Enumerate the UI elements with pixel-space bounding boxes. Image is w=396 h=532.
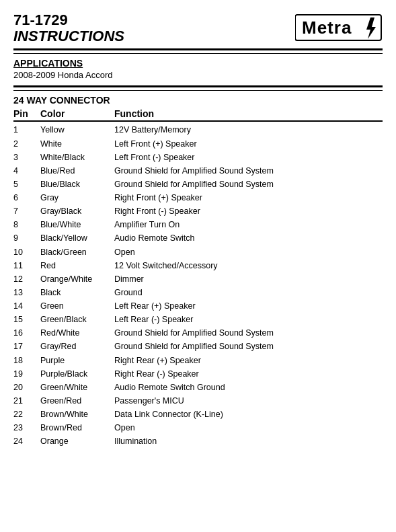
cell-function: 12V Battery/Memory (114, 124, 383, 136)
cell-pin: 23 (13, 422, 40, 434)
cell-color: Green/Red (40, 395, 114, 407)
table-row: 16Red/WhiteGround Shield for Amplified S… (13, 326, 383, 340)
title-block: 71-1729 INSTRUCTIONS (13, 12, 124, 44)
cell-color: Purple/Black (40, 368, 114, 380)
cell-pin: 22 (13, 408, 40, 420)
table-row: 23Brown/RedOpen (13, 421, 383, 434)
cell-function: Ground Shield for Amplified Sound System (114, 327, 383, 339)
cell-pin: 21 (13, 395, 40, 407)
cell-color: Gray/Red (40, 340, 114, 352)
applications-vehicle: 2008-2009 Honda Accord (13, 70, 383, 80)
cell-function: Right Front (+) Speaker (114, 192, 383, 204)
cell-pin: 15 (13, 313, 40, 326)
cell-function: Open (114, 422, 383, 434)
table-row: 22Brown/WhiteData Link Connector (K-Line… (13, 408, 383, 421)
cell-function: Right Front (-) Speaker (114, 205, 383, 217)
cell-color: Brown/Red (40, 422, 114, 434)
cell-pin: 2 (13, 138, 40, 150)
table-row: 3White/BlackLeft Front (-) Speaker (13, 151, 383, 164)
cell-color: Orange/White (40, 273, 114, 285)
table-row: 21Green/RedPassenger's MICU (13, 394, 383, 408)
cell-pin: 13 (13, 287, 40, 299)
table-row: 14GreenLeft Rear (+) Speaker (13, 299, 383, 313)
connector-label: 24 WAY CONNECTOR (13, 95, 383, 106)
table-row: 11Red12 Volt Switched/Accessory (13, 259, 383, 272)
cell-pin: 6 (13, 192, 40, 204)
cell-pin: 7 (13, 205, 40, 217)
cell-function: Illumination (114, 435, 383, 447)
table-row: 6GrayRight Front (+) Speaker (13, 191, 383, 204)
cell-function: Left Rear (+) Speaker (114, 300, 383, 312)
cell-pin: 19 (13, 368, 40, 380)
applications-section: APPLICATIONS 2008-2009 Honda Accord (13, 58, 383, 80)
cell-pin: 14 (13, 300, 40, 312)
cell-pin: 11 (13, 260, 40, 272)
cell-pin: 4 (13, 165, 40, 177)
cell-function: Amplifier Turn On (114, 219, 383, 231)
cell-pin: 3 (13, 151, 40, 163)
cell-color: Gray (40, 192, 114, 204)
cell-color: Brown/White (40, 408, 114, 420)
page: 71-1729 INSTRUCTIONS Metra APPLICATIONS … (0, 0, 396, 460)
cell-function: Left Front (+) Speaker (114, 138, 383, 150)
cell-function: Ground Shield for Amplified Sound System (114, 165, 383, 177)
cell-pin: 5 (13, 178, 40, 190)
cell-pin: 1 (13, 124, 40, 136)
cell-color: Blue/Black (40, 178, 114, 190)
instructions-title: INSTRUCTIONS (13, 28, 124, 44)
table-row: 9Black/YellowAudio Remote Switch (13, 231, 383, 245)
table-row: 19Purple/BlackRight Rear (-) Speaker (13, 367, 383, 381)
table-row: 15Green/BlackLeft Rear (-) Speaker (13, 313, 383, 326)
cell-color: Orange (40, 435, 114, 447)
table-row: 12Orange/WhiteDimmer (13, 272, 383, 286)
cell-function: Dimmer (114, 273, 383, 285)
table-row: 2WhiteLeft Front (+) Speaker (13, 137, 383, 151)
cell-color: White/Black (40, 151, 114, 163)
table-header: Pin Color Function (13, 107, 383, 122)
cell-function: Audio Remote Switch (114, 232, 383, 244)
cell-function: Right Rear (-) Speaker (114, 368, 383, 380)
cell-pin: 16 (13, 327, 40, 339)
table-row: 5Blue/BlackGround Shield for Amplified S… (13, 178, 383, 191)
cell-pin: 8 (13, 219, 40, 231)
cell-function: Left Front (-) Speaker (114, 151, 383, 163)
cell-color: Blue/Red (40, 165, 114, 177)
cell-color: Black/Yellow (40, 232, 114, 244)
cell-pin: 17 (13, 340, 40, 352)
table-row: 18PurpleRight Rear (+) Speaker (13, 354, 383, 367)
cell-function: Ground Shield for Amplified Sound System (114, 178, 383, 190)
part-number: 71-1729 (13, 12, 124, 28)
cell-pin: 20 (13, 381, 40, 393)
svg-text:Metra: Metra (302, 17, 352, 38)
connector-section: 24 WAY CONNECTOR Pin Color Function 1Yel… (13, 95, 383, 448)
svg-marker-2 (366, 17, 376, 39)
section-divider-top (13, 85, 383, 87)
logo-box: Metra (295, 12, 383, 44)
cell-function: Open (114, 246, 383, 258)
cell-color: Yellow (40, 124, 114, 136)
cell-function: Right Rear (+) Speaker (114, 354, 383, 367)
cell-pin: 10 (13, 246, 40, 258)
table-row: 24OrangeIllumination (13, 434, 383, 448)
section-divider-bottom (13, 90, 383, 91)
cell-color: Green/White (40, 381, 114, 393)
cell-function: Passenger's MICU (114, 395, 383, 407)
cell-function: Ground (114, 287, 383, 299)
applications-label: APPLICATIONS (13, 58, 383, 69)
cell-color: Black (40, 287, 114, 299)
cell-color: Red/White (40, 327, 114, 339)
cell-color: White (40, 138, 114, 150)
cell-color: Black/Green (40, 246, 114, 258)
table-row: 4Blue/RedGround Shield for Amplified Sou… (13, 164, 383, 178)
cell-function: Left Rear (-) Speaker (114, 313, 383, 326)
header-function: Function (114, 108, 383, 119)
cell-color: Gray/Black (40, 205, 114, 217)
table-row: 1Yellow12V Battery/Memory (13, 123, 383, 137)
cell-color: Green/Black (40, 313, 114, 326)
table-row: 17Gray/RedGround Shield for Amplified So… (13, 340, 383, 353)
cell-pin: 9 (13, 232, 40, 244)
cell-pin: 24 (13, 435, 40, 447)
table-body: 1Yellow12V Battery/Memory2WhiteLeft Fron… (13, 123, 383, 448)
metra-logo: Metra (295, 12, 383, 44)
cell-color: Green (40, 300, 114, 312)
